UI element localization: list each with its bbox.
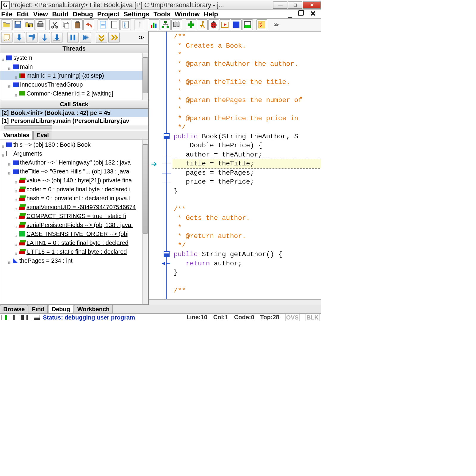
callstack-list[interactable]: [2] Book.<init> (Book.java : 42) pc = 45… <box>0 109 148 130</box>
svg-rect-15 <box>112 21 117 28</box>
svg-rect-36 <box>245 25 251 28</box>
scrollbar[interactable] <box>143 140 148 304</box>
variable-row[interactable]: ⊟LATIN1 = 0 : static final byte : declar… <box>0 238 148 247</box>
variable-row[interactable]: ⊟serialVersionUID = -68497944707546674 <box>0 203 148 212</box>
tab-debug[interactable]: Debug <box>48 305 73 313</box>
svg-rect-24 <box>162 26 164 28</box>
menu-edit[interactable]: Edit <box>17 10 29 18</box>
threads-tree[interactable]: ⊟system⊟main⊟main id = 1 [running] (at s… <box>0 53 148 100</box>
play-icon[interactable] <box>220 19 230 30</box>
left-pane: ≫ Threads ⊟system⊟main⊟main id = 1 [runn… <box>0 31 149 305</box>
tree-graph-icon[interactable] <box>160 19 171 30</box>
status-icon[interactable] <box>27 315 33 320</box>
variable-row[interactable]: ⊟COMPACT_STRINGS = true : static fi <box>0 212 148 220</box>
save-icon[interactable] <box>12 19 23 30</box>
doc-blank-icon[interactable] <box>109 19 120 30</box>
menu-file[interactable]: File <box>1 10 12 18</box>
minimize-button[interactable]: — <box>273 1 287 9</box>
thread-row[interactable]: ⊟main <box>0 62 148 71</box>
menu-window[interactable]: Window <box>175 10 200 18</box>
svg-rect-1 <box>16 22 20 24</box>
step-into-icon[interactable] <box>26 32 37 43</box>
editor-fold-column[interactable]: ◄─ <box>161 32 173 299</box>
tab-eval[interactable]: Eval <box>33 131 52 140</box>
bar-chart-icon[interactable] <box>149 19 159 30</box>
step-down-icon[interactable] <box>14 32 25 43</box>
variable-row[interactable]: ⊟UTF16 = 1 : static final byte : declare… <box>0 247 148 256</box>
variable-row[interactable]: ⊟this --> (obj 130 : Book) Book <box>0 140 148 149</box>
menu-view[interactable]: View <box>33 10 48 18</box>
variable-row[interactable]: ⊟theTitle --> "Green Hills "... (obj 133… <box>0 167 148 176</box>
thread-row[interactable]: ⊟InnocuousThreadGroup <box>0 80 148 89</box>
variable-row[interactable]: ⊟serialPersistentFields --> (obj 138 : j… <box>0 220 148 229</box>
svg-point-31 <box>212 26 213 27</box>
status-icon[interactable] <box>21 315 27 320</box>
menu-build[interactable]: Build <box>52 10 68 18</box>
variables-tree[interactable]: ⊟this --> (obj 130 : Book) Book⊟Argument… <box>0 140 148 305</box>
editor-h-scrollbar[interactable] <box>149 299 321 305</box>
variable-row[interactable]: ⊟thePages = 234 : int <box>0 256 148 265</box>
undo-icon[interactable] <box>83 19 94 30</box>
menu-help[interactable]: Help <box>204 10 218 18</box>
menu-debug[interactable]: Debug <box>73 10 93 18</box>
variable-row[interactable]: ⊟coder = 0 : private final byte : declar… <box>0 185 148 194</box>
status-icon[interactable] <box>34 315 40 320</box>
minimize-panel-icon[interactable]: _ <box>288 10 292 19</box>
paste-icon[interactable] <box>72 19 83 30</box>
book-icon[interactable] <box>171 19 182 30</box>
menu-tools[interactable]: Tools <box>154 10 170 18</box>
thread-row[interactable]: ⊟main id = 1 [running] (at step) <box>0 71 148 80</box>
thread-row[interactable]: ⊟Common-Cleaner id = 2 [waiting] <box>0 89 148 98</box>
callstack-row[interactable]: [2] Book.<init> (Book.java : 42) pc = 45 <box>0 109 148 117</box>
svg-rect-3 <box>38 23 43 27</box>
doc-lines-icon[interactable] <box>98 19 108 30</box>
green-bar-icon[interactable] <box>242 19 253 30</box>
variable-row[interactable]: ⊟value --> (obj 140 : byte[21]) private … <box>0 176 148 185</box>
menu-settings[interactable]: Settings <box>123 10 149 18</box>
maximize-button[interactable]: □ <box>288 1 302 9</box>
run-man-icon[interactable] <box>197 19 208 30</box>
tab-variables[interactable]: Variables <box>0 131 33 140</box>
status-icon[interactable] <box>8 315 14 320</box>
bottom-tabs: Browse Find Debug Workbench <box>0 305 321 313</box>
thread-row[interactable]: ⊟system <box>0 53 148 62</box>
menu-project[interactable]: Project <box>97 10 120 18</box>
close-button[interactable]: ✕ <box>303 1 321 9</box>
cut-icon[interactable] <box>49 19 60 30</box>
tab-browse[interactable]: Browse <box>0 305 28 313</box>
fast-down-icon[interactable] <box>96 32 107 43</box>
status-top: Top:28 <box>260 314 279 321</box>
doc-123-icon[interactable]: 123 <box>120 19 131 30</box>
copy-icon[interactable] <box>61 19 71 30</box>
restore-panel-icon[interactable]: ❐ <box>298 10 304 19</box>
callstack-row[interactable]: [1] PersonalLibrary.main (PersonalLibrar… <box>0 117 148 125</box>
easel-icon[interactable] <box>1 32 12 43</box>
svg-text:3: 3 <box>124 26 126 29</box>
tab-workbench[interactable]: Workbench <box>74 305 113 313</box>
plus-green-icon[interactable] <box>186 19 196 30</box>
scrollbar[interactable] <box>143 53 148 100</box>
variable-row[interactable]: ⊟hash = 0 : private int : declared in ja… <box>0 194 148 203</box>
checklist-icon[interactable] <box>256 19 267 30</box>
tab-find[interactable]: Find <box>29 305 48 313</box>
blue-square-icon[interactable] <box>231 19 242 30</box>
ladybug-icon[interactable] <box>208 19 219 30</box>
variable-row[interactable]: ⊟Arguments <box>0 149 148 158</box>
variable-row[interactable]: ⊟theAuthor --> "Hemingway" (obj 132 : ja… <box>0 158 148 167</box>
close-panel-icon[interactable]: ✕ <box>310 10 316 19</box>
pause-icon[interactable] <box>67 32 79 43</box>
step-return-icon[interactable] <box>39 32 50 43</box>
save-b-icon[interactable]: B <box>24 19 35 30</box>
debug-overflow-icon[interactable]: ≫ <box>136 32 147 43</box>
resume-icon[interactable] <box>80 32 91 43</box>
toolbar-overflow-icon[interactable]: ≫ <box>271 19 281 30</box>
code-editor[interactable]: /** * Creates a Book. * * @param theAuth… <box>173 32 321 299</box>
step-line-icon[interactable] <box>51 32 62 43</box>
fast-right-icon[interactable] <box>108 32 120 43</box>
open-folder-icon[interactable] <box>1 19 12 30</box>
variable-row[interactable]: ⊟CASE_INSENSITIVE_ORDER --> (obj <box>0 229 148 238</box>
status-icon[interactable]: ▶ <box>1 315 7 320</box>
status-icon[interactable] <box>14 315 20 320</box>
pin-icon[interactable] <box>134 19 145 30</box>
print-icon[interactable] <box>35 19 46 30</box>
